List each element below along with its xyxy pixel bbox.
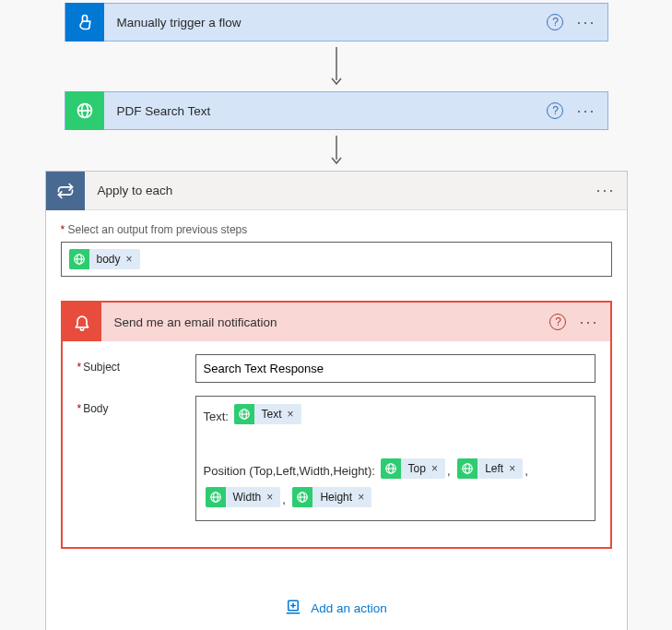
token-remove[interactable]: × — [266, 485, 280, 509]
apply-header[interactable]: Apply to each ··· — [46, 172, 627, 210]
token-text[interactable]: Text × — [234, 404, 301, 424]
body-input[interactable]: Text: Text × Position (Top,Left,Width,He… — [195, 396, 595, 521]
token-left[interactable]: Left × — [457, 458, 523, 479]
token-remove[interactable]: × — [358, 485, 371, 509]
more-menu[interactable]: ··· — [579, 313, 609, 332]
step-send-email-notification: Send me an email notification ? ··· *Sub… — [61, 301, 612, 549]
token-body[interactable]: body × — [69, 249, 140, 269]
globe-icon — [457, 458, 477, 479]
help-icon[interactable]: ? — [549, 314, 566, 330]
globe-icon — [292, 487, 312, 507]
globe-icon — [381, 458, 401, 479]
touch-icon — [65, 3, 104, 42]
token-remove[interactable]: × — [126, 253, 140, 266]
step-manual-trigger[interactable]: Manually trigger a flow ? ··· — [65, 3, 608, 42]
connector-arrow — [0, 130, 672, 171]
step-pdf-search-text[interactable]: PDF Search Text ? ··· — [65, 91, 608, 130]
token-remove[interactable]: × — [509, 457, 523, 481]
token-height[interactable]: Height × — [292, 487, 371, 507]
step-title: PDF Search Text — [104, 104, 548, 118]
globe-icon — [234, 404, 254, 424]
add-an-action[interactable]: Add an action — [61, 599, 612, 618]
step-title: Manually trigger a flow — [104, 16, 548, 30]
token-top[interactable]: Top × — [381, 458, 445, 479]
body-label: *Body — [77, 396, 195, 521]
connector-arrow — [0, 42, 672, 91]
flow-canvas: Manually trigger a flow ? ··· PDF Search… — [0, 0, 672, 630]
token-width[interactable]: Width × — [206, 487, 281, 507]
email-header[interactable]: Send me an email notification ? ··· — [63, 303, 610, 341]
globe-icon — [206, 487, 226, 507]
token-remove[interactable]: × — [288, 402, 301, 426]
select-output-label: Select an output from previous steps — [61, 223, 612, 236]
step-title: Send me an email notification — [101, 315, 550, 329]
subject-label: *Subject — [77, 354, 195, 383]
bell-icon — [63, 303, 101, 341]
token-remove[interactable]: × — [431, 457, 445, 481]
globe-icon — [65, 91, 104, 130]
subject-input[interactable] — [195, 354, 595, 383]
loop-icon — [46, 172, 85, 210]
select-output-input[interactable]: body × — [61, 242, 612, 277]
apply-body: Select an output from previous steps bod… — [46, 210, 627, 630]
more-menu[interactable]: ··· — [576, 13, 607, 32]
more-menu[interactable]: ··· — [595, 181, 626, 200]
more-menu[interactable]: ··· — [576, 101, 607, 121]
help-icon[interactable]: ? — [547, 14, 563, 30]
help-icon[interactable]: ? — [547, 102, 563, 119]
step-title: Apply to each — [85, 184, 596, 197]
step-apply-to-each: Apply to each ··· Select an output from … — [45, 171, 628, 630]
add-action-label: Add an action — [311, 601, 387, 615]
add-action-icon — [285, 599, 301, 618]
globe-icon — [69, 249, 89, 269]
